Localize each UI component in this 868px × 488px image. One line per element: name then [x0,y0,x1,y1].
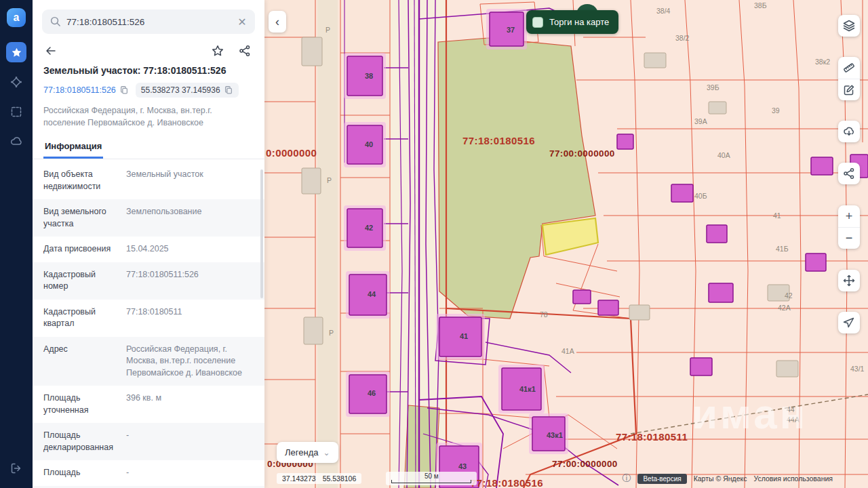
quarter-label: 77:00:0000000 [549,148,615,159]
legend-label: Легенда [285,447,318,458]
info-row: Площадь декларированная- [33,423,264,460]
sidebar-item-draw[interactable] [6,72,26,92]
terms-link[interactable]: Условия использования [753,474,833,483]
info-row-value: 396 кв. м [126,392,254,416]
parcel-label: 41 [460,332,468,340]
parcel-label: Р [326,26,330,34]
draw-controls [838,57,860,100]
tabs-bar: Информация [33,137,264,159]
download-control [838,121,860,142]
zoom-out-button[interactable]: − [838,227,860,249]
parcel-label: 38 [365,72,373,80]
clear-search-button[interactable]: ✕ [233,13,251,30]
torgi-map-toggle[interactable]: Торги на карте [526,10,618,34]
share-button[interactable] [237,43,252,58]
layers-button[interactable] [838,15,860,37]
collapse-panel-button[interactable]: ‹ [269,11,286,33]
measure-button[interactable] [838,57,860,79]
search-bar: ✕ [42,9,255,34]
torgi-checkbox[interactable] [532,17,543,28]
map-canvas[interactable]: 3738404244464141к14343к138/438Б38/238к23… [264,0,868,488]
navigation-arrow-icon [843,317,855,329]
map-watermark: иман [692,390,808,437]
info-row-value: Российская Федерация, г. Москва, вн.тер.… [126,344,254,380]
cadastral-number-link[interactable]: 77:18:0180511:526 [43,85,116,95]
quarter-label: 77:00:0000000 [552,459,618,469]
info-row-value: Землепользование [126,206,254,230]
search-icon [50,16,61,30]
cursor-coordinates: 37.143273 55.538106 [277,473,361,484]
info-row-label: Дата присвоения [43,243,126,256]
cloud-download-icon [843,125,855,138]
map-copyright[interactable]: Карты © Яндекс [694,474,747,483]
app-root: a ✕ [0,0,868,488]
copy-icon[interactable] [224,85,233,95]
panel-scrollbar[interactable] [260,169,263,298]
share-icon [843,167,855,180]
info-row-value: - [126,430,254,453]
parcel-label: 43/1 [850,365,865,373]
info-row: Кадастровый квартал77:18:0180511 [33,300,264,337]
coordinates-chip[interactable]: 55.538273 37.145936 [136,83,239,98]
legend-button[interactable]: Легенда ⌄ [277,442,338,463]
cadastral-map: 3738404244464141к14343к138/438Б38/238к23… [264,0,868,488]
panel-toolbar [33,38,264,64]
edit-icon [843,84,855,96]
zoom-in-button[interactable]: + [838,205,860,227]
info-row-value: Земельный участок [126,169,254,192]
sidebar: a [0,0,33,488]
sidebar-item-logout[interactable] [6,458,26,479]
info-icon[interactable]: ⓘ [622,472,631,485]
sidebar-item-select-area[interactable] [6,102,26,122]
vector-icon [10,76,22,88]
layers-icon [843,20,855,32]
move-icon [843,274,855,287]
share-icon [239,45,251,57]
scale-line [391,480,471,483]
tab-information[interactable]: Информация [43,137,103,159]
cloud-download-button[interactable] [838,121,860,142]
info-row: Вид земельного участкаЗемлепользование [33,199,264,237]
edit-button[interactable] [838,79,860,100]
back-button[interactable] [43,43,58,58]
parcel-label: 38Б [754,1,767,9]
back-arrow-icon [45,45,57,57]
parcel-label: 43 [458,462,467,470]
parcel-label: 40А [717,151,730,159]
map-share-button[interactable] [838,163,860,184]
selection-icon [10,106,22,118]
parcel-label: 41 [773,211,781,220]
parcel-label: 39Б [707,83,719,92]
parcel-label: 78 [540,310,548,319]
ruler-icon [843,62,855,74]
search-input[interactable] [42,9,255,34]
my-location-button[interactable] [838,312,860,333]
zoom-controls: + − [838,205,860,249]
app-logo[interactable]: a [7,8,26,27]
pan-button[interactable] [838,270,860,291]
info-row-value: 77:18:0180511 [126,306,254,330]
sidebar-item-cloud[interactable] [6,131,26,152]
parcel-label: 42 [365,224,373,232]
parcel-label: 41Б [776,245,789,253]
beta-badge: Beta-версия [637,474,686,484]
parcel-label: 43к1 [547,431,563,439]
copy-icon[interactable] [119,85,129,95]
info-row-label: Площадь уточненная [43,392,126,416]
favorite-button[interactable] [210,43,225,58]
sidebar-item-favorites[interactable] [6,42,26,62]
parcel-label: 38/4 [656,7,671,15]
object-info-panel: ✕ Земельный участок: 77:18:0180511:526 7… [33,0,264,488]
star-icon [11,47,22,58]
info-row-label: Площадь декларированная [43,430,126,453]
locate-control [838,312,860,333]
quarter-label: 0:0000000 [266,147,317,159]
chevron-down-icon: ⌄ [323,448,330,458]
chips-row: 77:18:0180511:526 55.538273 37.145936 [33,83,264,104]
info-row: Вид объекта недвижимостиЗемельный участо… [33,162,264,199]
parcel-label: 42А [778,304,791,312]
page-title: Земельный участок: 77:18:0180511:526 [33,64,264,83]
scale-bar: 50 м [386,472,477,485]
cadastral-number-chip[interactable]: 77:18:0180511:526 [43,85,129,95]
share-control [838,163,860,184]
